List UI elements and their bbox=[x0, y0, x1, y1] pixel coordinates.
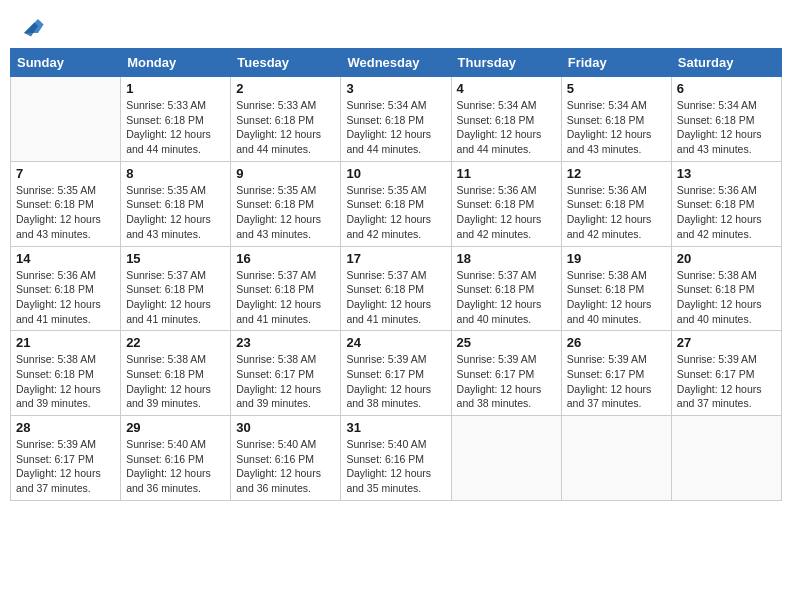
calendar-cell: 11Sunrise: 5:36 AMSunset: 6:18 PMDayligh… bbox=[451, 161, 561, 246]
calendar-cell: 25Sunrise: 5:39 AMSunset: 6:17 PMDayligh… bbox=[451, 331, 561, 416]
day-info: Sunrise: 5:39 AMSunset: 6:17 PMDaylight:… bbox=[16, 437, 115, 496]
day-number: 10 bbox=[346, 166, 445, 181]
day-number: 12 bbox=[567, 166, 666, 181]
calendar-cell: 13Sunrise: 5:36 AMSunset: 6:18 PMDayligh… bbox=[671, 161, 781, 246]
day-number: 20 bbox=[677, 251, 776, 266]
header-wednesday: Wednesday bbox=[341, 49, 451, 77]
day-number: 26 bbox=[567, 335, 666, 350]
day-number: 21 bbox=[16, 335, 115, 350]
calendar-cell bbox=[451, 416, 561, 501]
day-number: 1 bbox=[126, 81, 225, 96]
header-friday: Friday bbox=[561, 49, 671, 77]
calendar-cell: 7Sunrise: 5:35 AMSunset: 6:18 PMDaylight… bbox=[11, 161, 121, 246]
header-monday: Monday bbox=[121, 49, 231, 77]
calendar-cell: 9Sunrise: 5:35 AMSunset: 6:18 PMDaylight… bbox=[231, 161, 341, 246]
header bbox=[10, 10, 782, 40]
day-info: Sunrise: 5:38 AMSunset: 6:18 PMDaylight:… bbox=[567, 268, 666, 327]
calendar-cell: 16Sunrise: 5:37 AMSunset: 6:18 PMDayligh… bbox=[231, 246, 341, 331]
calendar-cell: 17Sunrise: 5:37 AMSunset: 6:18 PMDayligh… bbox=[341, 246, 451, 331]
day-number: 29 bbox=[126, 420, 225, 435]
calendar-cell: 1Sunrise: 5:33 AMSunset: 6:18 PMDaylight… bbox=[121, 77, 231, 162]
calendar-cell: 29Sunrise: 5:40 AMSunset: 6:16 PMDayligh… bbox=[121, 416, 231, 501]
header-tuesday: Tuesday bbox=[231, 49, 341, 77]
header-sunday: Sunday bbox=[11, 49, 121, 77]
day-info: Sunrise: 5:37 AMSunset: 6:18 PMDaylight:… bbox=[346, 268, 445, 327]
calendar-cell: 30Sunrise: 5:40 AMSunset: 6:16 PMDayligh… bbox=[231, 416, 341, 501]
day-info: Sunrise: 5:33 AMSunset: 6:18 PMDaylight:… bbox=[126, 98, 225, 157]
calendar-week-4: 21Sunrise: 5:38 AMSunset: 6:18 PMDayligh… bbox=[11, 331, 782, 416]
day-number: 4 bbox=[457, 81, 556, 96]
calendar-cell: 26Sunrise: 5:39 AMSunset: 6:17 PMDayligh… bbox=[561, 331, 671, 416]
day-number: 28 bbox=[16, 420, 115, 435]
day-info: Sunrise: 5:38 AMSunset: 6:18 PMDaylight:… bbox=[677, 268, 776, 327]
day-number: 18 bbox=[457, 251, 556, 266]
calendar-cell: 4Sunrise: 5:34 AMSunset: 6:18 PMDaylight… bbox=[451, 77, 561, 162]
day-number: 7 bbox=[16, 166, 115, 181]
calendar-cell: 5Sunrise: 5:34 AMSunset: 6:18 PMDaylight… bbox=[561, 77, 671, 162]
day-number: 5 bbox=[567, 81, 666, 96]
calendar-week-3: 14Sunrise: 5:36 AMSunset: 6:18 PMDayligh… bbox=[11, 246, 782, 331]
day-info: Sunrise: 5:35 AMSunset: 6:18 PMDaylight:… bbox=[346, 183, 445, 242]
day-info: Sunrise: 5:38 AMSunset: 6:17 PMDaylight:… bbox=[236, 352, 335, 411]
day-number: 30 bbox=[236, 420, 335, 435]
calendar-cell: 19Sunrise: 5:38 AMSunset: 6:18 PMDayligh… bbox=[561, 246, 671, 331]
calendar-cell: 27Sunrise: 5:39 AMSunset: 6:17 PMDayligh… bbox=[671, 331, 781, 416]
calendar-cell: 23Sunrise: 5:38 AMSunset: 6:17 PMDayligh… bbox=[231, 331, 341, 416]
calendar-week-2: 7Sunrise: 5:35 AMSunset: 6:18 PMDaylight… bbox=[11, 161, 782, 246]
day-info: Sunrise: 5:37 AMSunset: 6:18 PMDaylight:… bbox=[126, 268, 225, 327]
day-number: 19 bbox=[567, 251, 666, 266]
day-number: 2 bbox=[236, 81, 335, 96]
calendar-week-5: 28Sunrise: 5:39 AMSunset: 6:17 PMDayligh… bbox=[11, 416, 782, 501]
day-number: 6 bbox=[677, 81, 776, 96]
calendar-header-row: SundayMondayTuesdayWednesdayThursdayFrid… bbox=[11, 49, 782, 77]
day-info: Sunrise: 5:39 AMSunset: 6:17 PMDaylight:… bbox=[457, 352, 556, 411]
day-info: Sunrise: 5:39 AMSunset: 6:17 PMDaylight:… bbox=[346, 352, 445, 411]
day-number: 14 bbox=[16, 251, 115, 266]
day-info: Sunrise: 5:38 AMSunset: 6:18 PMDaylight:… bbox=[126, 352, 225, 411]
day-info: Sunrise: 5:39 AMSunset: 6:17 PMDaylight:… bbox=[677, 352, 776, 411]
day-number: 13 bbox=[677, 166, 776, 181]
calendar-table: SundayMondayTuesdayWednesdayThursdayFrid… bbox=[10, 48, 782, 501]
day-info: Sunrise: 5:34 AMSunset: 6:18 PMDaylight:… bbox=[677, 98, 776, 157]
calendar-cell: 28Sunrise: 5:39 AMSunset: 6:17 PMDayligh… bbox=[11, 416, 121, 501]
day-info: Sunrise: 5:39 AMSunset: 6:17 PMDaylight:… bbox=[567, 352, 666, 411]
day-info: Sunrise: 5:40 AMSunset: 6:16 PMDaylight:… bbox=[346, 437, 445, 496]
header-thursday: Thursday bbox=[451, 49, 561, 77]
calendar-week-1: 1Sunrise: 5:33 AMSunset: 6:18 PMDaylight… bbox=[11, 77, 782, 162]
day-info: Sunrise: 5:33 AMSunset: 6:18 PMDaylight:… bbox=[236, 98, 335, 157]
day-number: 17 bbox=[346, 251, 445, 266]
calendar-cell bbox=[11, 77, 121, 162]
day-info: Sunrise: 5:37 AMSunset: 6:18 PMDaylight:… bbox=[236, 268, 335, 327]
day-number: 16 bbox=[236, 251, 335, 266]
day-info: Sunrise: 5:36 AMSunset: 6:18 PMDaylight:… bbox=[16, 268, 115, 327]
calendar-cell: 12Sunrise: 5:36 AMSunset: 6:18 PMDayligh… bbox=[561, 161, 671, 246]
day-info: Sunrise: 5:34 AMSunset: 6:18 PMDaylight:… bbox=[567, 98, 666, 157]
day-info: Sunrise: 5:34 AMSunset: 6:18 PMDaylight:… bbox=[346, 98, 445, 157]
header-saturday: Saturday bbox=[671, 49, 781, 77]
calendar-cell bbox=[671, 416, 781, 501]
day-number: 3 bbox=[346, 81, 445, 96]
calendar-cell: 22Sunrise: 5:38 AMSunset: 6:18 PMDayligh… bbox=[121, 331, 231, 416]
calendar-cell: 31Sunrise: 5:40 AMSunset: 6:16 PMDayligh… bbox=[341, 416, 451, 501]
day-info: Sunrise: 5:37 AMSunset: 6:18 PMDaylight:… bbox=[457, 268, 556, 327]
calendar-cell: 8Sunrise: 5:35 AMSunset: 6:18 PMDaylight… bbox=[121, 161, 231, 246]
day-info: Sunrise: 5:36 AMSunset: 6:18 PMDaylight:… bbox=[457, 183, 556, 242]
day-number: 31 bbox=[346, 420, 445, 435]
calendar-cell: 20Sunrise: 5:38 AMSunset: 6:18 PMDayligh… bbox=[671, 246, 781, 331]
logo-icon bbox=[17, 12, 45, 40]
day-number: 27 bbox=[677, 335, 776, 350]
day-number: 22 bbox=[126, 335, 225, 350]
day-info: Sunrise: 5:35 AMSunset: 6:18 PMDaylight:… bbox=[236, 183, 335, 242]
calendar-cell: 6Sunrise: 5:34 AMSunset: 6:18 PMDaylight… bbox=[671, 77, 781, 162]
calendar-cell: 21Sunrise: 5:38 AMSunset: 6:18 PMDayligh… bbox=[11, 331, 121, 416]
calendar-cell: 18Sunrise: 5:37 AMSunset: 6:18 PMDayligh… bbox=[451, 246, 561, 331]
day-number: 11 bbox=[457, 166, 556, 181]
day-info: Sunrise: 5:40 AMSunset: 6:16 PMDaylight:… bbox=[236, 437, 335, 496]
day-info: Sunrise: 5:34 AMSunset: 6:18 PMDaylight:… bbox=[457, 98, 556, 157]
day-info: Sunrise: 5:40 AMSunset: 6:16 PMDaylight:… bbox=[126, 437, 225, 496]
calendar-cell: 24Sunrise: 5:39 AMSunset: 6:17 PMDayligh… bbox=[341, 331, 451, 416]
calendar-cell: 15Sunrise: 5:37 AMSunset: 6:18 PMDayligh… bbox=[121, 246, 231, 331]
day-number: 23 bbox=[236, 335, 335, 350]
calendar-cell bbox=[561, 416, 671, 501]
day-info: Sunrise: 5:36 AMSunset: 6:18 PMDaylight:… bbox=[677, 183, 776, 242]
